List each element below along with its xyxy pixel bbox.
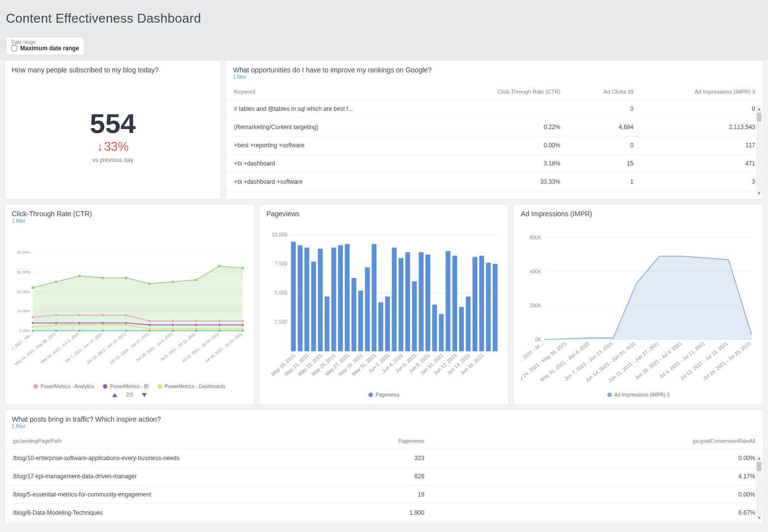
svg-point-38	[218, 324, 220, 326]
svg-rect-108	[493, 264, 498, 351]
svg-rect-89	[365, 267, 369, 351]
svg-point-46	[171, 328, 173, 330]
table-row[interactable]: (Remarketing/Content targeting)0.22%4,68…	[226, 118, 763, 136]
scroll-thumb[interactable]	[757, 113, 762, 122]
svg-text:20.00%: 20.00%	[17, 290, 30, 294]
scroll-up-icon[interactable]: ▲	[756, 455, 762, 461]
table-header[interactable]: Ad Clicks 39	[568, 84, 641, 100]
legend-item[interactable]: PowerMetrics - Dashboards	[158, 384, 225, 389]
svg-text:5,000: 5,000	[274, 290, 287, 296]
scroll-down-icon[interactable]: ▼	[756, 190, 762, 196]
svg-text:400K: 400K	[530, 269, 542, 274]
svg-point-18	[218, 265, 221, 267]
legend-item[interactable]: Ad Impressions (IMPR) 3	[607, 392, 669, 398]
svg-text:May 31, 2021 - Jun 6, 2021: May 31, 2021 - Jun 6, 2021	[40, 332, 80, 365]
filter-tag[interactable]: 1 filter	[12, 218, 92, 224]
filter-tag[interactable]: 1 filter	[12, 424, 161, 429]
card-title: Pageviews	[267, 210, 300, 218]
kpi-compare: vs previous day	[92, 157, 133, 164]
svg-rect-107	[486, 263, 491, 351]
more-icon[interactable]	[748, 210, 756, 218]
table-row[interactable]: +best +reporting +software0.00%0117	[226, 136, 763, 155]
table-header[interactable]: Ad Impressions (IMPR) 3	[641, 84, 763, 100]
table-header[interactable]: Click-Through Rate (CTR)	[443, 84, 568, 100]
legend-item[interactable]: PowerMetrics - Analytics	[33, 384, 94, 389]
legend-page-prev[interactable]	[112, 393, 117, 397]
svg-text:200K: 200K	[530, 303, 542, 308]
svg-rect-104	[466, 297, 470, 351]
table-header[interactable]: Pageviews	[255, 433, 432, 449]
table-row[interactable]: +bi +dashboard3.18%15471	[226, 155, 763, 173]
rankings-card: What opportunities do I have to improve …	[226, 60, 764, 200]
svg-point-35	[148, 324, 150, 326]
svg-rect-96	[412, 281, 417, 351]
svg-point-31	[55, 322, 57, 324]
legend-item[interactable]: Pageviews	[368, 392, 399, 398]
svg-point-33	[101, 322, 103, 324]
more-icon[interactable]	[748, 66, 756, 74]
kpi-change: ↓33%	[97, 139, 129, 154]
down-arrow-icon: ↓	[97, 139, 103, 154]
svg-text:0.00%: 0.00%	[19, 329, 31, 333]
svg-point-30	[32, 322, 33, 324]
svg-point-25	[148, 320, 150, 322]
table-row[interactable]: /blog/10-enterprise-software-application…	[5, 449, 763, 467]
svg-point-39	[242, 324, 244, 326]
svg-rect-102	[452, 256, 457, 351]
pageviews-chart-card: Pageviews 2,5005,0007,50010,000May 19, 2…	[259, 204, 509, 405]
scroll-up-icon[interactable]: ▲	[756, 106, 762, 112]
more-icon[interactable]	[748, 415, 756, 423]
table-header[interactable]: Keyword	[226, 84, 443, 100]
svg-point-45	[148, 328, 150, 330]
table-row[interactable]: /blog/17-kpi-management-data-driven-mana…	[5, 467, 763, 486]
scroll-down-icon[interactable]: ▼	[756, 515, 762, 521]
page-title: Content Effectiveness Dashboard	[6, 11, 762, 26]
svg-rect-83	[325, 297, 330, 351]
more-icon[interactable]	[239, 210, 247, 218]
svg-point-34	[125, 322, 127, 324]
svg-text:Jul 12, 2021 - Jul 18, 2021: Jul 12, 2021 - Jul 18, 2021	[181, 332, 220, 364]
svg-text:40.00%: 40.00%	[17, 250, 30, 255]
ctr-chart: 0.00%10.00%20.00%30.00%40.00%May 17, 202…	[12, 229, 247, 381]
svg-point-12	[78, 274, 81, 277]
svg-point-48	[218, 328, 220, 330]
table-header[interactable]: ga:goalConversionRateAll	[432, 433, 763, 449]
svg-rect-98	[425, 255, 430, 351]
svg-point-15	[148, 282, 151, 285]
scroll-thumb[interactable]	[757, 462, 762, 471]
svg-text:Jun 14, 2021 - Jun 20, 2021: Jun 14, 2021 - Jun 20, 2021	[86, 332, 127, 365]
svg-point-17	[195, 278, 197, 281]
posts-card: What posts bring in traffic? Which inspi…	[4, 409, 764, 524]
svg-point-47	[195, 328, 197, 330]
table-row[interactable]: /blog/6-Data-Modeling-Techniques1,9006.6…	[5, 504, 763, 522]
date-range-selector[interactable]: Date range Maximum date range	[6, 37, 84, 55]
svg-text:Jul 19, 2021 - Jul 25, 2021: Jul 19, 2021 - Jul 25, 2021	[702, 340, 752, 381]
date-range-value: Maximum date range	[20, 45, 79, 52]
svg-point-41	[55, 324, 57, 326]
table-header[interactable]: ga:landingPagePath	[5, 433, 255, 449]
table-row[interactable]: # tables and @tables in sql which are be…	[226, 100, 763, 118]
svg-rect-101	[445, 251, 450, 351]
table-row[interactable]: /blog/5-essential-metrics-for-community-…	[5, 486, 763, 504]
filter-tag[interactable]: 1 filter	[233, 74, 432, 80]
svg-rect-97	[419, 252, 424, 351]
svg-text:7,500: 7,500	[274, 261, 287, 266]
rankings-table: KeywordClick-Through Rate (CTR)Ad Clicks…	[226, 84, 763, 191]
kpi-card-subscribers: How many people subscribed to my blog to…	[4, 60, 221, 200]
legend-page-next[interactable]	[142, 393, 147, 397]
svg-point-24	[125, 314, 127, 316]
more-icon[interactable]	[494, 210, 501, 218]
svg-point-36	[171, 324, 173, 326]
table-row[interactable]: +bi +dashboard +software33.33%13	[226, 173, 763, 191]
svg-text:Jun 21, 2021 - Jun 27, 2021: Jun 21, 2021 - Jun 27, 2021	[109, 332, 150, 365]
svg-point-26	[171, 320, 173, 322]
more-icon[interactable]	[206, 66, 214, 74]
scrollbar-vertical[interactable]: ▲ ▼	[756, 106, 762, 196]
svg-rect-88	[358, 291, 363, 351]
svg-rect-106	[479, 256, 484, 351]
svg-rect-99	[432, 304, 437, 351]
svg-point-56	[171, 330, 173, 332]
svg-point-59	[242, 330, 244, 332]
legend-item[interactable]: PowerMetrics - BI	[103, 384, 149, 389]
scrollbar-vertical[interactable]: ▲ ▼	[756, 455, 762, 521]
